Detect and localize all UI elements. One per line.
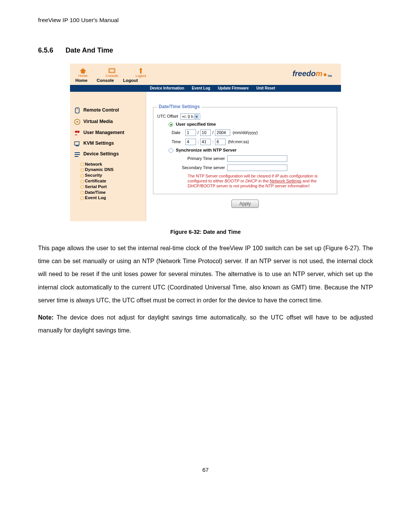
svg-point-10	[77, 131, 80, 133]
date-hint: (mm/dd/yyyy)	[233, 130, 258, 135]
date-day-input[interactable]	[200, 129, 211, 136]
primary-server-input[interactable]	[227, 155, 287, 162]
sidebar-item-kvm-settings[interactable]: KVM Settings	[74, 141, 146, 147]
date-row: Date / / (mm/dd/yyyy)	[172, 129, 333, 136]
radio-user-specified[interactable]: User specified time	[169, 122, 333, 127]
kvm-icon	[74, 141, 81, 147]
svg-rect-11	[75, 142, 79, 145]
tab-device-information[interactable]: Device Information	[146, 85, 188, 92]
home-icon-label: Home	[78, 74, 88, 78]
radio-label: User specified time	[176, 122, 216, 127]
sidebar-sub-serial-port[interactable]: ◯Serial Port	[80, 184, 146, 190]
utc-offset-label: UTC Offset	[157, 114, 178, 119]
sidebar-label: Remote Control	[83, 107, 119, 113]
note-label: Note:	[38, 314, 54, 321]
remote-control-icon	[74, 107, 81, 114]
top-bar: Home Console Logout freedom•TM	[70, 64, 341, 78]
paragraph-1: This page allows the user to set the int…	[38, 242, 373, 307]
apply-button[interactable]: Apply	[231, 200, 259, 208]
sidebar-label: User Management	[83, 130, 124, 136]
sidebar-sub-security[interactable]: ◯Security	[80, 173, 146, 178]
logout-icon[interactable]: Logout	[133, 68, 148, 78]
disc-icon	[74, 118, 81, 125]
ntp-warning: The NTP Server configuration will be cle…	[188, 174, 333, 189]
sidebar-sub-network[interactable]: ◯Network	[80, 162, 146, 167]
date-label: Date	[172, 130, 185, 135]
utc-offset-row: UTC Offset +/- 0 h ▾	[157, 113, 333, 120]
page-number: 67	[0, 466, 411, 473]
time-row: Time : : (hh:mm:ss)	[172, 139, 333, 145]
time-label: Time	[172, 139, 185, 144]
console-icon[interactable]: Console	[104, 68, 119, 78]
note-text: The device does not adjust for daylight …	[38, 314, 373, 334]
brand-logo: freedom•TM	[292, 69, 332, 78]
sliders-icon	[74, 151, 81, 157]
secondary-server-label: Secondary Time server	[172, 165, 225, 170]
secondary-server-input[interactable]	[227, 165, 287, 171]
svg-rect-2	[110, 69, 114, 72]
separator: /	[212, 130, 213, 135]
tab-update-firmware[interactable]: Update Firmware	[214, 85, 252, 92]
time-second-input[interactable]	[215, 139, 226, 145]
brand-text-2: m	[316, 69, 323, 78]
screenshot-figure: Home Console Logout freedom•TM Home Cons…	[70, 64, 341, 221]
svg-rect-4	[140, 70, 142, 73]
radio-on-icon	[169, 122, 173, 127]
top-text-row: Home Console Logout	[70, 78, 341, 85]
sidebar-item-remote-control[interactable]: Remote Control	[74, 107, 146, 114]
utc-offset-value: +/- 0 h	[182, 114, 193, 119]
content-panel: Date/Time Settings UTC Offset +/- 0 h ▾ …	[146, 92, 341, 221]
svg-point-8	[76, 121, 78, 123]
date-time-fieldset: Date/Time Settings UTC Offset +/- 0 h ▾ …	[153, 107, 337, 195]
sidebar-item-user-management[interactable]: User Management	[74, 130, 146, 136]
link-logout[interactable]: Logout	[123, 78, 138, 83]
date-month-input[interactable]	[185, 129, 196, 136]
link-home[interactable]: Home	[75, 78, 88, 83]
tab-event-log[interactable]: Event Log	[188, 85, 214, 92]
chevron-down-icon: ▾	[194, 114, 199, 119]
main-area: Remote Control Virtual Media User Manage…	[70, 92, 341, 221]
secondary-server-row: Secondary Time server	[172, 165, 333, 171]
sidebar-item-device-settings[interactable]: Device Settings	[74, 151, 146, 157]
sidebar-sub-certificate[interactable]: ◯Certificate	[80, 179, 146, 184]
fieldset-legend: Date/Time Settings	[157, 104, 201, 109]
paragraph-2: Note: The device does not adjust for day…	[38, 311, 373, 337]
time-minute-input[interactable]	[200, 139, 211, 145]
sub-nav-bar: Device Information Event Log Update Firm…	[70, 85, 341, 92]
separator: /	[198, 130, 199, 135]
brand-tm: TM	[327, 74, 332, 78]
separator: :	[198, 139, 199, 144]
radio-ntp-sync[interactable]: Synchronize with NTP Server	[169, 148, 333, 153]
time-hint: (hh:mm:ss)	[228, 139, 249, 144]
brand-text-1: freedo	[292, 69, 315, 78]
page-header: freeView IP 100 User's Manual	[0, 0, 411, 27]
console-icon-label: Console	[105, 74, 118, 78]
monitor-icon	[108, 68, 115, 73]
primary-server-label: Primary Time server	[172, 156, 225, 161]
sidebar-label: Device Settings	[83, 151, 119, 157]
sidebar-item-virtual-media[interactable]: Virtual Media	[74, 118, 146, 125]
svg-point-9	[75, 131, 77, 133]
time-hour-input[interactable]	[185, 139, 196, 145]
svg-rect-12	[76, 145, 79, 146]
sidebar-label: Virtual Media	[83, 119, 113, 125]
svg-point-6	[77, 108, 78, 109]
home-icon[interactable]: Home	[75, 68, 91, 78]
separator: :	[212, 139, 213, 144]
date-year-input[interactable]	[215, 129, 230, 136]
link-console[interactable]: Console	[97, 78, 114, 83]
section-heading: 6.5.6 Date And Time	[0, 27, 411, 64]
sidebar-sub-event-log[interactable]: ◯Event Log	[80, 195, 146, 201]
figure-caption: Figure 6-32: Date and Time	[0, 229, 411, 235]
utc-offset-select[interactable]: +/- 0 h ▾	[180, 113, 200, 120]
logout-arrow-icon	[137, 68, 144, 73]
sidebar: Remote Control Virtual Media User Manage…	[70, 92, 146, 221]
house-icon	[80, 68, 86, 73]
radio-off-icon	[169, 148, 173, 153]
sidebar-sub-date-time[interactable]: ◯Date/Time	[80, 190, 146, 195]
sidebar-sub-dynamic-dns[interactable]: ◯Dynamic DNS	[80, 167, 146, 173]
tab-unit-reset[interactable]: Unit Reset	[253, 85, 279, 92]
brand-dot-icon: •	[323, 72, 327, 78]
sidebar-label: KVM Settings	[83, 141, 114, 146]
section-title: Date And Time	[65, 46, 113, 54]
